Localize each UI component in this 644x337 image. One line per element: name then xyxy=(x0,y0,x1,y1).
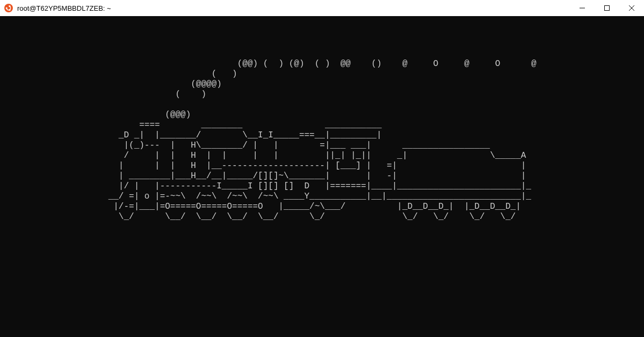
close-button[interactable] xyxy=(619,0,644,16)
window-controls xyxy=(570,0,644,16)
window-title: root@T62YP5MBBDL7ZEB: ~ xyxy=(17,4,570,12)
svg-rect-5 xyxy=(605,6,610,11)
maximize-button[interactable] xyxy=(595,0,619,16)
window-titlebar: root@T62YP5MBBDL7ZEB: ~ xyxy=(0,0,644,16)
svg-point-0 xyxy=(4,4,13,12)
minimize-button[interactable] xyxy=(570,0,595,16)
terminal-output: (@@) ( ) (@) ( ) @@ () @ O @ O @ ( ) (@@… xyxy=(0,18,644,222)
ubuntu-icon xyxy=(4,4,13,12)
terminal-viewport[interactable]: (@@) ( ) (@) ( ) @@ () @ O @ O @ ( ) (@@… xyxy=(0,16,644,337)
